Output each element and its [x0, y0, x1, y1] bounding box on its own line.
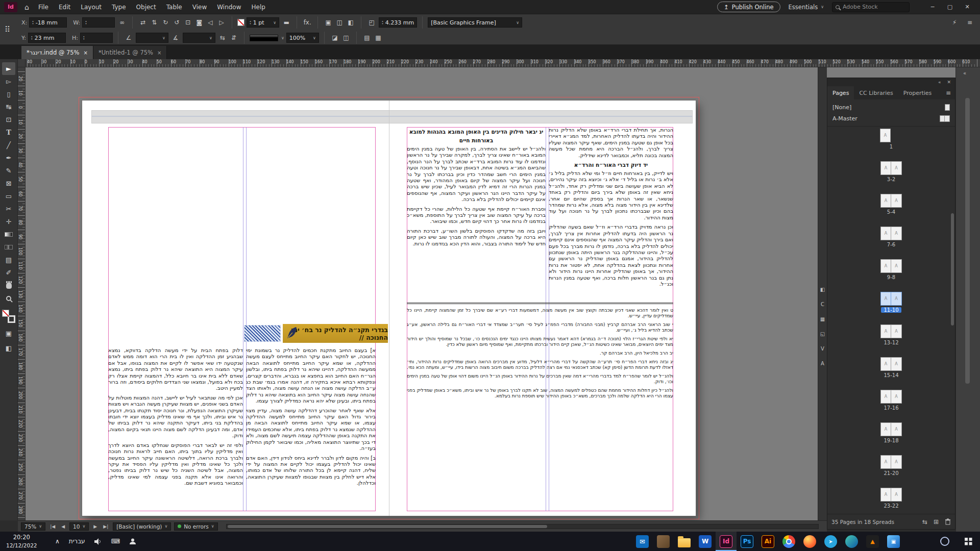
running-header-frame[interactable] [91, 110, 693, 123]
page-thumbnail[interactable]: A [891, 292, 902, 306]
taskbar-firefox[interactable] [799, 532, 820, 551]
page-thumbnail[interactable]: A [891, 455, 902, 469]
wrap-object-shape-icon[interactable]: ◧ [346, 17, 356, 28]
language-indicator[interactable]: עברית [69, 538, 85, 545]
panel-menu-icon[interactable]: ≡ [942, 89, 955, 96]
page-thumbnail[interactable]: A [880, 161, 891, 175]
taskbar-photos[interactable]: ▣ [883, 532, 904, 551]
stepper-icon[interactable]: ▴▾ [382, 20, 383, 25]
fill-stroke-swatches[interactable] [2, 310, 15, 323]
scrollbar-thumb[interactable] [228, 525, 547, 528]
taskbar-indesign[interactable]: Id [716, 532, 737, 551]
collapsed-panel-links-icon[interactable]: V [821, 346, 824, 352]
flip-vertical-icon[interactable]: ⇅ [149, 17, 159, 28]
minimize-button[interactable]: ─ [924, 0, 941, 14]
line-tool[interactable]: ╱ [2, 139, 15, 152]
people-icon[interactable] [129, 538, 136, 545]
search-button[interactable] [933, 532, 957, 551]
taskbar-clock[interactable]: 20:20 12/12/2022 [6, 533, 37, 549]
spread-thumbnail[interactable]: A A 23-22 [827, 488, 955, 514]
menu-item[interactable]: View [187, 0, 212, 14]
collapsed-panel-color-icon[interactable]: C [821, 302, 824, 307]
page-thumbnail[interactable]: A [891, 357, 902, 371]
hand-tool[interactable] [2, 279, 15, 292]
page-thumbnail[interactable]: A [880, 455, 891, 469]
direct-selection-tool[interactable]: ▻ [2, 75, 15, 88]
pencil-tool[interactable]: ✎ [2, 164, 15, 177]
collapsed-panel-stroke-icon[interactable]: ◧ [820, 287, 825, 292]
stepper-icon[interactable]: ▴▾ [31, 35, 33, 40]
close-icon[interactable]: × [84, 50, 88, 56]
page-thumbnail[interactable]: A [880, 194, 891, 208]
spread-thumbnail[interactable]: A A 21-20 [827, 455, 955, 488]
stroke-weight-select[interactable]: ▴▾ 1 pt ∨ [247, 17, 279, 28]
vertical-ruler[interactable]: 2010010203040506070809010011012013014015… [18, 67, 26, 520]
touch-keyboard-icon[interactable]: ⌨ [111, 538, 120, 545]
taskbar-telegram[interactable]: ➤ [820, 532, 841, 551]
last-page-button[interactable]: ▶| [102, 524, 110, 529]
chapter-title-banner[interactable]: בגדרי תקנ״ה להדליק נר בח׳ ימי החנוכה // [283, 324, 388, 343]
right-page-text-column-right[interactable]: הנרות, אך תחילת דברי הרד״א באופן שלא הדל… [549, 127, 673, 296]
taskbar-explorer[interactable] [674, 532, 695, 551]
rectangle-tool[interactable]: ▭ [2, 190, 15, 203]
footnotes-block[interactable]: ט ואין לומר דהכא שאני דכיון שכבתה וקוצץ … [407, 308, 673, 430]
spread-thumbnail[interactable]: A A 1 [827, 129, 955, 161]
previous-page-button[interactable]: ◀ [60, 524, 66, 529]
corner-radius-field[interactable]: ▴▾ 4.233 mm [379, 17, 417, 28]
effects-button[interactable]: fx. [302, 17, 312, 28]
flip-vertical-icon[interactable]: ⇵ [229, 33, 239, 43]
flip-horizontal-icon[interactable]: ⇆ [217, 33, 228, 43]
spread-thumbnail[interactable]: A A 7-6 [827, 227, 955, 259]
horizontal-ruler[interactable]: 4030201001020304050607080901001101201301… [26, 59, 980, 67]
object-style-select[interactable]: [Basic Graphics Frame] ∨ [428, 17, 522, 28]
taskbar-photoshop[interactable]: Ps [737, 532, 757, 551]
constrain-proportions-icon[interactable]: ∞ [117, 17, 127, 28]
scissors-tool[interactable]: ✂ [2, 203, 15, 215]
select-next-object-icon[interactable]: ▷ [216, 17, 227, 28]
convert-shape-icon[interactable]: ▤ [362, 33, 372, 43]
workspace-switcher[interactable]: Essentials ∨ [789, 4, 824, 11]
indesign-logo-icon[interactable]: Id [4, 2, 17, 12]
stepper-icon[interactable]: ▴▾ [250, 20, 251, 25]
gradient-feather-tool[interactable] [2, 241, 15, 254]
select-content-icon[interactable]: ◙ [194, 17, 204, 28]
drop-shadow-icon[interactable]: ◪ [330, 33, 340, 43]
reference-point-grid-icon[interactable]: ⠿ [5, 25, 10, 34]
panel-tab[interactable]: CC Libraries [854, 86, 898, 99]
document-tab[interactable]: *דינגר.indd @ 75% × [21, 46, 93, 59]
pen-tool[interactable]: ✒ [2, 152, 15, 164]
right-page-text-column-left[interactable]: יג יבאר חילוק הדינים בין האופן המובא בהג… [407, 127, 546, 296]
page-thumbnail[interactable]: A [891, 324, 902, 338]
w-field[interactable]: ▴▾ [82, 17, 115, 28]
menu-item[interactable]: Table [161, 0, 187, 14]
rotate-90-ccw-icon[interactable]: ↺ [172, 17, 182, 28]
stepper-icon[interactable]: ▴▾ [85, 20, 87, 25]
page-thumbnail[interactable]: A [880, 129, 891, 142]
menu-item[interactable]: Edit [54, 0, 76, 14]
fill-color-swatch[interactable] [250, 35, 278, 41]
spread-thumbnail[interactable]: A A 15-14 [827, 357, 955, 390]
collapsed-panel-layers-icon[interactable]: ◱ [820, 331, 825, 337]
page-thumbnail[interactable]: A [891, 227, 902, 240]
taskbar-edge[interactable] [841, 532, 862, 551]
panel-tab[interactable]: Pages [827, 86, 854, 99]
spread-thumbnail[interactable]: A A 9-8 [827, 259, 955, 292]
spread-thumbnail[interactable]: A A 13-12 [827, 324, 955, 357]
page-thumbnail[interactable]: A [891, 488, 902, 502]
selection-tool[interactable]: ► [2, 62, 15, 75]
master-page-row[interactable]: [None] [827, 102, 955, 113]
select-previous-object-icon[interactable]: ◁ [205, 17, 215, 28]
page-spread[interactable]: בגדרי תקנ״ה להדליק נר בח׳ ימי החנוכה // … [82, 100, 696, 516]
fill-swatch-icon[interactable] [2, 310, 9, 317]
menu-item[interactable]: Help [247, 0, 271, 14]
spread-thumbnail[interactable]: A A 19-18 [827, 422, 955, 455]
next-page-button[interactable]: ▶ [92, 524, 99, 529]
collapse-panels-icon[interactable]: « [938, 80, 941, 85]
stroke-type-icon[interactable]: ▬ [281, 17, 291, 28]
spread-thumbnail[interactable]: A A 5-4 [827, 194, 955, 227]
document-tab[interactable]: *Untitled-1 @ 75% × [93, 46, 167, 59]
corner-options-icon[interactable]: ◰ [366, 17, 377, 28]
y-field[interactable]: ▴▾ 23 mm [28, 33, 66, 43]
page-thumbnail[interactable]: A [891, 161, 902, 175]
page-thumbnail[interactable]: A [891, 422, 902, 436]
